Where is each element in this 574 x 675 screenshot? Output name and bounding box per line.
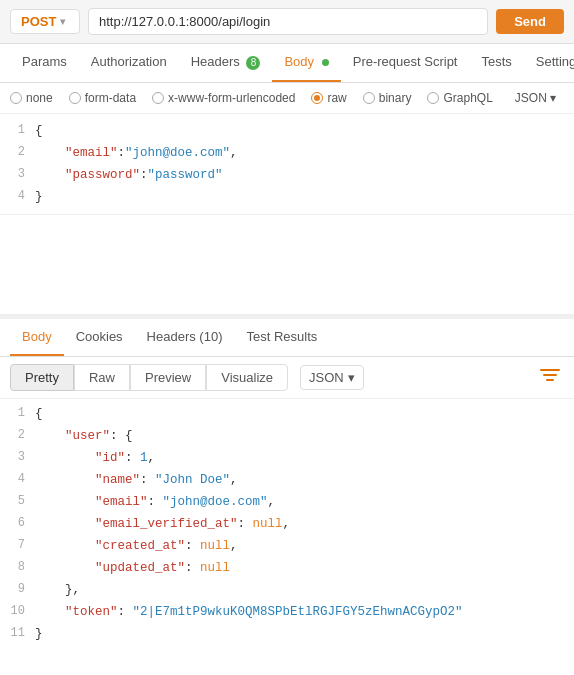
radio-urlencoded-circle — [152, 92, 164, 104]
radio-form-data-circle — [69, 92, 81, 104]
resp-line-2: 2 "user": { — [0, 425, 574, 447]
tab-headers[interactable]: Headers 8 — [179, 44, 273, 82]
response-tabs: Body Cookies Headers (10) Test Results — [0, 319, 574, 357]
radio-none-circle — [10, 92, 22, 104]
svg-rect-2 — [546, 379, 554, 381]
resp-line-4: 4 "name": "John Doe", — [0, 469, 574, 491]
req-line-2: 2 "email":"john@doe.com", — [0, 142, 574, 164]
resp-line-5: 5 "email": "john@doe.com", — [0, 491, 574, 513]
resp-line-11: 11 } — [0, 623, 574, 645]
tab-body[interactable]: Body — [272, 44, 340, 82]
send-button[interactable]: Send — [496, 9, 564, 34]
format-preview[interactable]: Preview — [130, 364, 206, 391]
tab-tests[interactable]: Tests — [469, 44, 523, 82]
svg-rect-1 — [543, 374, 557, 376]
tab-settings[interactable]: Settings — [524, 44, 574, 82]
resp-line-6: 6 "email_verified_at": null, — [0, 513, 574, 535]
radio-raw[interactable]: raw — [311, 91, 346, 105]
response-section: Body Cookies Headers (10) Test Results P… — [0, 319, 574, 649]
url-input[interactable] — [88, 8, 488, 35]
request-tabs: Params Authorization Headers 8 Body Pre-… — [0, 44, 574, 83]
format-raw[interactable]: Raw — [74, 364, 130, 391]
radio-graphql[interactable]: GraphQL — [427, 91, 492, 105]
tab-pre-request[interactable]: Pre-request Script — [341, 44, 470, 82]
req-line-4: 4 } — [0, 186, 574, 208]
radio-graphql-circle — [427, 92, 439, 104]
resp-tab-headers[interactable]: Headers (10) — [135, 319, 235, 356]
tab-params[interactable]: Params — [10, 44, 79, 82]
radio-form-data[interactable]: form-data — [69, 91, 136, 105]
resp-line-1: 1 { — [0, 403, 574, 425]
resp-tab-body[interactable]: Body — [10, 319, 64, 356]
radio-raw-circle — [311, 92, 323, 104]
svg-rect-0 — [540, 369, 560, 371]
radio-binary[interactable]: binary — [363, 91, 412, 105]
format-row: Pretty Raw Preview Visualize JSON ▾ — [0, 357, 574, 399]
format-visualize[interactable]: Visualize — [206, 364, 288, 391]
json-dropdown[interactable]: JSON ▾ — [515, 91, 556, 105]
req-line-1: 1 { — [0, 120, 574, 142]
resp-line-10: 10 "token": "2|E7m1tP9wkuK0QM8SPbEtlRGJF… — [0, 601, 574, 623]
resp-line-8: 8 "updated_at": null — [0, 557, 574, 579]
response-code-area: 1 { 2 "user": { 3 "id": 1, 4 "name": "Jo… — [0, 399, 574, 649]
req-line-3: 3 "password":"password" — [0, 164, 574, 186]
request-code-editor[interactable]: 1 { 2 "email":"john@doe.com", 3 "passwor… — [0, 114, 574, 215]
resp-tab-test-results[interactable]: Test Results — [234, 319, 329, 356]
request-spacer — [0, 215, 574, 315]
method-selector[interactable]: POST ▾ — [10, 9, 80, 34]
method-chevron: ▾ — [60, 16, 65, 27]
filter-icon[interactable] — [536, 367, 564, 388]
radio-binary-circle — [363, 92, 375, 104]
tab-authorization[interactable]: Authorization — [79, 44, 179, 82]
body-dot — [322, 59, 329, 66]
url-bar: POST ▾ Send — [0, 0, 574, 44]
method-label: POST — [21, 14, 56, 29]
resp-tab-cookies[interactable]: Cookies — [64, 319, 135, 356]
headers-badge: 8 — [246, 56, 260, 70]
radio-none[interactable]: none — [10, 91, 53, 105]
resp-line-9: 9 }, — [0, 579, 574, 601]
format-pretty[interactable]: Pretty — [10, 364, 74, 391]
format-select[interactable]: JSON ▾ — [300, 365, 364, 390]
resp-line-3: 3 "id": 1, — [0, 447, 574, 469]
body-type-row: none form-data x-www-form-urlencoded raw… — [0, 83, 574, 114]
radio-urlencoded[interactable]: x-www-form-urlencoded — [152, 91, 295, 105]
resp-line-7: 7 "created_at": null, — [0, 535, 574, 557]
